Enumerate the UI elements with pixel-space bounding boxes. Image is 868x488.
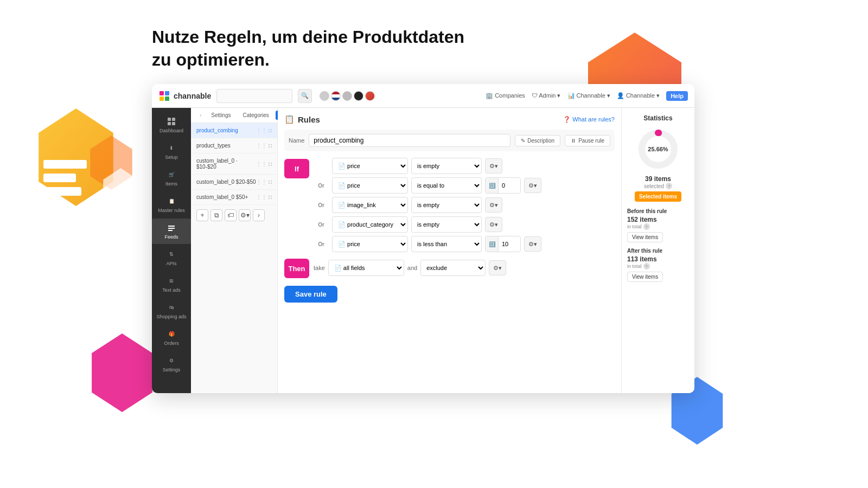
sidebar-item-orders[interactable]: 🎁 Orders [152,325,191,350]
sidebar-item-apis[interactable]: ⇅ APIs [152,245,191,271]
field-select-5[interactable]: 📄 price [332,236,408,252]
svg-rect-3 [165,97,169,101]
search-input[interactable] [216,89,292,103]
rule-add-bar: + ⧉ 🏷 ⚙▾ › [191,205,277,226]
rule-item-product-types[interactable]: product_types ⋮⋮□ [191,138,277,153]
rule-name-input[interactable] [309,134,510,147]
after-view-items-button[interactable]: View items [627,272,663,282]
gear-button-1[interactable]: ⚙▾ [485,158,502,174]
operator-select-3[interactable]: is empty [411,197,482,213]
rule-item-label: custom_label_0 $50+ [196,194,248,200]
duplicate-rule-button[interactable]: ⧉ [210,209,222,221]
settings-rule-button[interactable]: ⚙▾ [239,209,251,221]
rule-item-custom-label-10-20[interactable]: custom_label_0 · $10-$20 ⋮⋮□ [191,153,277,175]
rule-item-icons4: ⋮⋮□ [256,179,272,185]
rules-icon: 📋 [284,114,295,124]
rule-item-icons5: ⋮⋮□ [256,194,272,200]
rule-item-product-combing[interactable]: product_combing ⋮⋮ □ [191,123,277,138]
operator-select-2[interactable]: is equal to [411,177,482,194]
or-label-3: Or [314,202,329,208]
help-button[interactable]: Help [666,91,688,101]
sidebar-item-setup[interactable]: ⬇ Setup [152,139,191,164]
then-action-select[interactable]: exclude [420,260,486,276]
selected-items-button[interactable]: Selected items [635,191,681,202]
pause-rule-button[interactable]: ⏸ Pause rule [565,135,610,146]
gear-button-4[interactable]: ⚙▾ [485,217,502,232]
tag-rule-button[interactable]: 🏷 [225,209,237,221]
sidebar-label-setup: Setup [165,155,178,160]
admin-menu[interactable]: 🛡 Admin ▾ [532,92,561,99]
sidebar-label-orders: Orders [164,341,179,346]
tab-categories[interactable]: Categories [237,111,274,120]
sidebar-nav: Dashboard ⬇ Setup 🛒 Items 📋 Master rules… [152,108,191,393]
then-row: take 📄 all fields and exclude ⚙▾ [314,258,615,278]
flag-3 [342,91,352,101]
sidebar-item-items[interactable]: 🛒 Items [152,165,191,191]
rule-item-label: custom_label_0 $20-$50 [196,179,256,185]
what-are-rules-link[interactable]: ❓ What are rules? [563,116,615,123]
field-select-1[interactable]: 📄 price [332,158,408,174]
value-input-wrap-2: 🔢 [485,177,521,194]
rule-name-row: Name ✎ Description ⏸ Pause rule [284,130,615,151]
sidebar-item-dashboard[interactable]: Dashboard [152,112,191,138]
field-select-2[interactable]: 📄 price [332,177,408,194]
sidebar-label-items: Items [165,181,177,187]
then-gear-button[interactable]: ⚙▾ [489,260,506,275]
save-rule-button[interactable]: Save rule [284,286,337,303]
or-label-5: Or [314,241,329,247]
dashboard-icon [167,117,176,126]
rule-item-label: custom_label_0 · $10-$20 [196,158,256,170]
pause-icon: ⏸ [571,138,576,144]
search-button[interactable]: 🔍 [298,89,312,103]
flag-nl [331,91,341,101]
field-select-4[interactable]: 📄 product_category [332,216,408,233]
before-rule-sub: in total ? [627,223,689,230]
svg-rect-6 [168,122,171,125]
before-rule-count: 152 items [627,216,689,223]
value-input-2[interactable] [499,182,520,189]
breadcrumb-sep: › [200,112,201,118]
gear-button-2[interactable]: ⚙▾ [524,178,541,193]
field-select-3[interactable]: 📄 image_link [332,197,408,213]
add-rule-button[interactable]: + [196,209,208,221]
then-field-select[interactable]: 📄 all fields [328,260,404,276]
condition-row-5: Or 📄 price is less than 🔢 ⚙▾ [314,236,615,252]
sidebar-item-settings[interactable]: ⚙ Settings [152,351,191,377]
before-view-items-button[interactable]: View items [627,232,663,242]
num-icon-2: 🔢 [486,178,499,193]
rule-item-custom-label-50plus[interactable]: custom_label_0 $50+ ⋮⋮□ [191,190,277,205]
svg-rect-2 [159,97,164,101]
companies-link[interactable]: 🏢 Companies [486,92,525,99]
master-rules-icon: 📋 [167,196,176,206]
tab-settings[interactable]: Settings [206,111,236,120]
topbar-right: 🏢 Companies 🛡 Admin ▾ 📊 Channable ▾ 👤 Ch… [486,91,688,101]
gear-button-5[interactable]: ⚙▾ [524,236,541,252]
sidebar-label-feeds: Feeds [164,234,178,240]
rule-item-icons2: ⋮⋮□ [256,143,272,149]
gear-button-3[interactable]: ⚙▾ [485,197,502,213]
rule-item-custom-label-20-50[interactable]: custom_label_0 $20-$50 ⋮⋮□ [191,175,277,190]
value-input-5[interactable] [499,241,520,247]
feeds-icon [167,223,176,233]
sidebar-item-feeds[interactable]: Feeds [152,219,191,244]
main-panel: 📋 Rules ❓ What are rules? Name ✎ Descrip… [278,108,621,393]
channable-menu1[interactable]: 📊 Channable ▾ [567,92,610,99]
operator-select-4[interactable]: is empty [411,216,482,233]
operator-select-5[interactable]: is less than [411,236,482,252]
after-rule-sub: in total ? [627,263,689,269]
rules-title: 📋 Rules [284,114,320,124]
if-label: If [284,159,309,178]
sidebar-item-text-ads[interactable]: ⊞ Text ads [152,272,191,297]
sidebar-label-text-ads: Text ads [162,287,181,293]
sidebar-item-shopping-ads[interactable]: 🛍 Shopping ads [152,298,191,324]
operator-select-1[interactable]: is empty [411,158,482,174]
topbar: channable 🔍 🏢 Companies 🛡 Admin ▾ 📊 Chan… [152,84,694,108]
rule-item-label: product_types [196,143,231,149]
settings-nav-icon: ⚙ [167,356,176,365]
num-icon-5: 🔢 [486,236,499,252]
left-panel: channable.myshopify.com › channable.mysh… [191,108,278,393]
description-button[interactable]: ✎ Description [515,135,560,146]
channable-menu2[interactable]: 👤 Channable ▾ [617,92,660,99]
expand-button[interactable]: › [253,209,265,221]
sidebar-item-master-rules[interactable]: 📋 Master rules [152,192,191,217]
